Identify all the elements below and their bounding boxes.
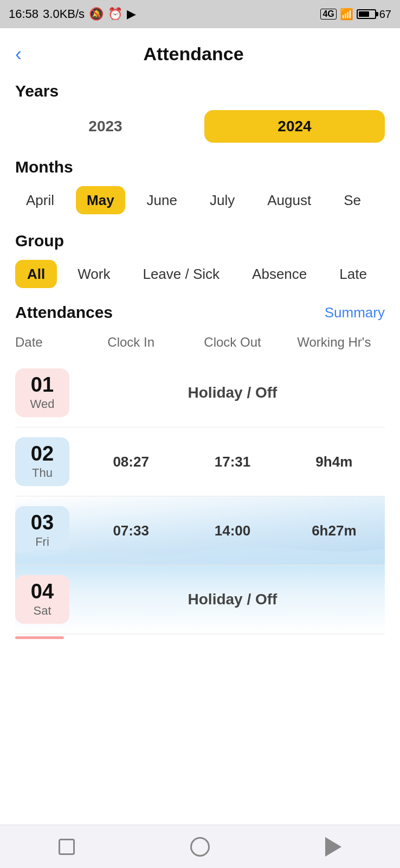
year-2024-button[interactable]: 2024 [204, 110, 385, 143]
battery-percent: 67 [379, 8, 391, 21]
date-day-03: Fri [35, 535, 49, 549]
col-date: Date [15, 335, 80, 350]
months-row: April May June July August Se [15, 186, 385, 216]
attendances-title: Attendances [15, 303, 113, 322]
group-row: All Work Leave / Sick Absence Late [15, 260, 385, 288]
date-cell-04: 04 Sat [15, 575, 69, 624]
date-cell-03: 03 Fri [15, 506, 69, 555]
battery-icon [357, 9, 376, 19]
table-row: 02 Thu 08:27 17:31 9h4m [15, 427, 385, 496]
network-tag: 4G [320, 9, 336, 20]
mute-icon: 🔕 [89, 7, 104, 21]
attendances-section: Attendances Summary Date Clock In Clock … [15, 303, 385, 639]
date-day-01: Wed [30, 397, 55, 411]
group-section: Group All Work Leave / Sick Absence Late [15, 232, 385, 288]
hours-02: 9h4m [283, 454, 385, 470]
nav-home-button[interactable] [184, 831, 216, 863]
month-april-button[interactable]: April [15, 186, 65, 214]
group-leave-sick-button[interactable]: Leave / Sick [131, 260, 231, 288]
status-data: 3.0KB/s [43, 7, 85, 21]
nav-back-button[interactable] [317, 831, 350, 863]
status-time: 16:58 [9, 7, 38, 21]
clockin-02: 08:27 [80, 454, 182, 470]
months-section: Months April May June July August Se [15, 158, 385, 216]
date-day-02: Thu [32, 466, 53, 480]
nav-square-button[interactable] [50, 831, 83, 863]
months-label: Months [15, 158, 385, 176]
date-day-04: Sat [33, 604, 51, 618]
year-2023-button[interactable]: 2023 [15, 110, 196, 143]
clockout-03: 14:00 [182, 522, 283, 539]
pink-underline [15, 636, 64, 639]
header: ‹ Attendance [15, 28, 385, 78]
month-may-button[interactable]: May [76, 186, 125, 214]
wave-decoration [15, 538, 385, 565]
date-num-01: 01 [31, 374, 54, 395]
table-header: Date Clock In Clock Out Working Hr's [15, 330, 385, 359]
table-row: 01 Wed Holiday / Off [15, 359, 385, 427]
group-work-button[interactable]: Work [66, 260, 122, 288]
clockout-02: 17:31 [182, 454, 283, 470]
date-num-02: 02 [31, 443, 54, 464]
triangle-icon [325, 837, 341, 857]
main-content: ‹ Attendance Years 2023 2024 Months Apri… [0, 28, 400, 825]
col-workinghrs: Working Hr's [283, 335, 385, 350]
group-absence-button[interactable]: Absence [240, 260, 319, 288]
month-july-button[interactable]: July [199, 186, 246, 214]
date-num-03: 03 [31, 512, 54, 533]
holiday-text-04: Holiday / Off [80, 591, 385, 608]
years-section: Years 2023 2024 [15, 82, 385, 143]
month-sep-button[interactable]: Se [333, 186, 372, 214]
date-cell-02: 02 Thu [15, 437, 69, 486]
col-clockin: Clock In [80, 335, 182, 350]
month-june-button[interactable]: June [136, 186, 188, 214]
hours-03: 6h27m [283, 522, 385, 539]
status-left: 16:58 3.0KB/s 🔕 ⏰ ▶ [9, 7, 136, 21]
page-title: Attendance [30, 43, 357, 65]
bottom-nav [0, 825, 400, 868]
attendances-header: Attendances Summary [15, 303, 385, 322]
date-num-04: 04 [31, 581, 54, 602]
years-label: Years [15, 82, 385, 100]
group-late-button[interactable]: Late [327, 260, 379, 288]
date-cell-01: 01 Wed [15, 368, 69, 417]
signal-icon: 📶 [340, 8, 353, 21]
holiday-text-01: Holiday / Off [80, 384, 385, 401]
group-label: Group [15, 232, 385, 250]
group-all-button[interactable]: All [15, 260, 57, 288]
col-clockout: Clock Out [182, 335, 283, 350]
back-button[interactable]: ‹ [15, 44, 22, 64]
status-bar: 16:58 3.0KB/s 🔕 ⏰ ▶ 4G 📶 67 [0, 0, 400, 28]
circle-icon [190, 837, 210, 857]
summary-link[interactable]: Summary [325, 304, 385, 321]
status-right: 4G 📶 67 [320, 8, 391, 21]
alarm-icon: ⏰ [108, 7, 122, 21]
square-icon [59, 839, 75, 855]
month-august-button[interactable]: August [256, 186, 322, 214]
years-row: 2023 2024 [15, 110, 385, 143]
table-row: 04 Sat Holiday / Off [15, 565, 385, 634]
clockin-03: 07:33 [80, 522, 182, 539]
table-row: 03 Fri 07:33 14:00 6h27m [15, 496, 385, 565]
play-icon: ▶ [127, 7, 136, 21]
